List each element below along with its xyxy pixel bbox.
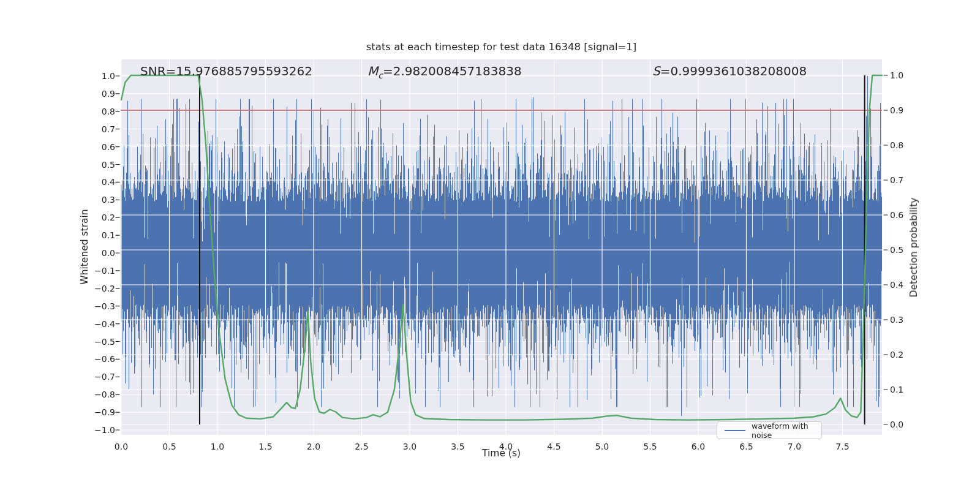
annotation-s-symbol: S	[652, 64, 660, 78]
legend-label: waveform with noise	[752, 421, 821, 440]
x-tick-label: 7.0	[776, 442, 813, 451]
annotation-mc-symbol: M	[368, 64, 378, 78]
left-y-tick-label: 0.4	[78, 176, 115, 187]
annotation-mc-value: =2.982008457183838	[383, 64, 522, 78]
x-tick-label: 6.5	[728, 442, 765, 451]
right-y-tick-label: 0.2	[890, 349, 903, 360]
left-y-tick-label: −0.5	[78, 336, 115, 347]
x-tick-label: 5.5	[632, 442, 669, 451]
annotation-snr: SNR=15.976885795593262	[140, 64, 312, 78]
left-y-tick-label: −0.2	[78, 283, 115, 294]
right-y-tick-label: 0.1	[890, 384, 903, 395]
left-y-tick-label: 0.0	[78, 247, 115, 258]
x-tick-label: 4.5	[536, 442, 573, 451]
left-y-tick-label: 0.8	[78, 106, 115, 117]
figure: stats at each timestep for test data 163…	[0, 0, 980, 490]
legend-line-sample	[725, 430, 745, 431]
chart-title: stats at each timestep for test data 163…	[121, 41, 882, 53]
left-y-tick-label: −0.9	[78, 407, 115, 418]
right-y-tick-label: 0.4	[890, 279, 903, 290]
left-y-tick-label: −0.8	[78, 389, 115, 400]
annotation-mc-subscript: c	[378, 70, 383, 80]
left-y-tick-label: 1.0	[78, 70, 115, 81]
right-y-axis-label: Detection probability	[908, 198, 919, 298]
right-y-tick-label: 0.7	[890, 175, 903, 186]
left-y-tick-label: −0.7	[78, 371, 115, 382]
annotation-s-value: =0.9999361038208008	[660, 64, 807, 78]
legend: waveform with noise	[717, 421, 822, 439]
right-y-tick-label: 0.9	[890, 105, 903, 116]
annotation-chirp-mass: Mc=2.982008457183838	[368, 64, 522, 80]
x-tick-label: 4.0	[488, 442, 524, 451]
annotation-snr-text: SNR=15.976885795593262	[140, 64, 312, 78]
x-tick-label: 2.0	[295, 442, 332, 451]
x-tick-label: 1.0	[199, 442, 236, 451]
right-y-tick-label: 0.8	[890, 140, 903, 151]
annotation-s: S=0.9999361038208008	[652, 64, 807, 78]
right-y-tick-label: 0.5	[890, 244, 903, 255]
right-y-tick-label: 0.6	[890, 209, 903, 221]
left-y-tick-label: 0.5	[78, 159, 115, 170]
x-tick-label: 0.5	[151, 442, 188, 451]
left-y-tick-label: −1.0	[78, 424, 115, 435]
x-tick-label: 7.5	[824, 442, 861, 451]
left-y-tick-label: −0.6	[78, 353, 115, 364]
left-y-tick-label: 0.1	[78, 230, 115, 241]
x-tick-label: 1.5	[247, 442, 284, 451]
left-y-tick-label: 0.2	[78, 212, 115, 223]
left-y-tick-label: −0.1	[78, 265, 115, 276]
x-tick-label: 2.5	[344, 442, 380, 451]
left-y-tick-label: 0.6	[78, 141, 115, 153]
right-y-tick-label: 0.3	[890, 314, 903, 325]
right-y-tick-label: 1.0	[890, 70, 903, 81]
left-y-tick-label: −0.4	[78, 318, 115, 330]
left-y-tick-label: 0.3	[78, 194, 115, 205]
x-tick-label: 6.0	[680, 442, 717, 451]
x-tick-label: 3.0	[391, 442, 428, 451]
x-tick-label: 0.0	[103, 442, 140, 451]
x-tick-label: 3.5	[440, 442, 477, 451]
left-y-tick-label: 0.7	[78, 124, 115, 135]
left-y-tick-label: 0.9	[78, 88, 115, 99]
x-tick-label: 5.0	[584, 442, 620, 451]
right-y-tick-label: 0.0	[890, 419, 903, 430]
left-y-tick-label: −0.3	[78, 301, 115, 312]
